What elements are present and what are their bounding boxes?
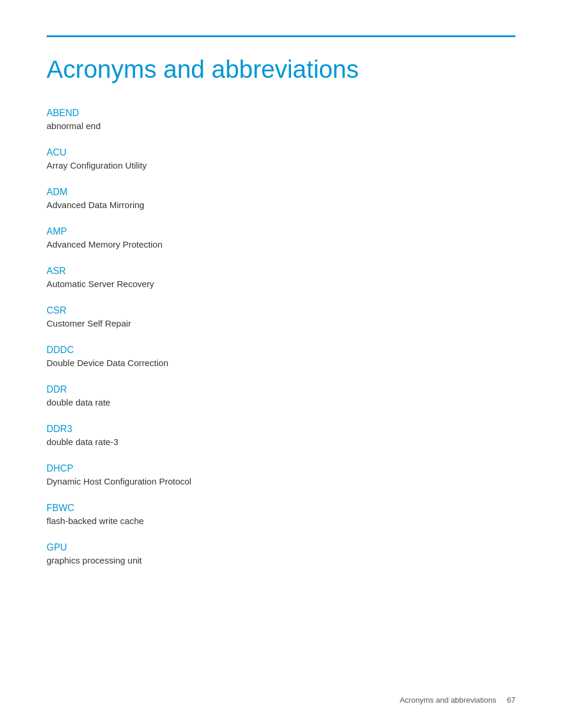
acronym-term: ACU bbox=[47, 147, 515, 158]
acronym-term: CSR bbox=[47, 305, 515, 316]
acronym-term: AMP bbox=[47, 226, 515, 237]
page-container: Acronyms and abbreviations ABENDabnormal… bbox=[0, 0, 562, 629]
acronym-definition: flash-backed write cache bbox=[47, 516, 515, 526]
acronym-term: ABEND bbox=[47, 108, 515, 118]
list-item: CSRCustomer Self Repair bbox=[47, 305, 515, 328]
acronym-definition: abnormal end bbox=[47, 121, 515, 131]
list-item: ACUArray Configuration Utility bbox=[47, 147, 515, 170]
page-title: Acronyms and abbreviations bbox=[47, 55, 515, 84]
acronym-definition: Advanced Data Mirroring bbox=[47, 200, 515, 210]
list-item: DDR3double data rate-3 bbox=[47, 424, 515, 447]
acronym-term: DDR bbox=[47, 384, 515, 395]
acronym-definition: Automatic Server Recovery bbox=[47, 279, 515, 289]
list-item: FBWCflash-backed write cache bbox=[47, 503, 515, 526]
acronym-term: ASR bbox=[47, 266, 515, 276]
page-footer: Acronyms and abbreviations 67 bbox=[399, 696, 515, 704]
acronym-term: ADM bbox=[47, 187, 515, 197]
acronym-term: GPU bbox=[47, 542, 515, 553]
acronym-definition: Advanced Memory Protection bbox=[47, 239, 515, 249]
acronym-term: DDDC bbox=[47, 345, 515, 355]
list-item: ABENDabnormal end bbox=[47, 108, 515, 131]
list-item: DDRdouble data rate bbox=[47, 384, 515, 407]
acronym-definition: Array Configuration Utility bbox=[47, 160, 515, 170]
list-item: ASRAutomatic Server Recovery bbox=[47, 266, 515, 289]
list-item: ADMAdvanced Data Mirroring bbox=[47, 187, 515, 210]
footer-page-number: 67 bbox=[507, 696, 515, 704]
acronym-definition: Double Device Data Correction bbox=[47, 358, 515, 368]
acronym-list: ABENDabnormal endACUArray Configuration … bbox=[47, 108, 515, 565]
list-item: GPUgraphics processing unit bbox=[47, 542, 515, 565]
list-item: DHCPDynamic Host Configuration Protocol bbox=[47, 463, 515, 486]
footer-section-label: Acronyms and abbreviations bbox=[399, 696, 496, 704]
list-item: DDDCDouble Device Data Correction bbox=[47, 345, 515, 368]
acronym-definition: Dynamic Host Configuration Protocol bbox=[47, 476, 515, 486]
acronym-term: DDR3 bbox=[47, 424, 515, 434]
acronym-definition: graphics processing unit bbox=[47, 555, 515, 565]
list-item: AMPAdvanced Memory Protection bbox=[47, 226, 515, 249]
acronym-definition: double data rate bbox=[47, 397, 515, 407]
top-border bbox=[47, 35, 515, 37]
acronym-term: DHCP bbox=[47, 463, 515, 474]
acronym-definition: Customer Self Repair bbox=[47, 318, 515, 328]
acronym-term: FBWC bbox=[47, 503, 515, 513]
acronym-definition: double data rate-3 bbox=[47, 437, 515, 447]
